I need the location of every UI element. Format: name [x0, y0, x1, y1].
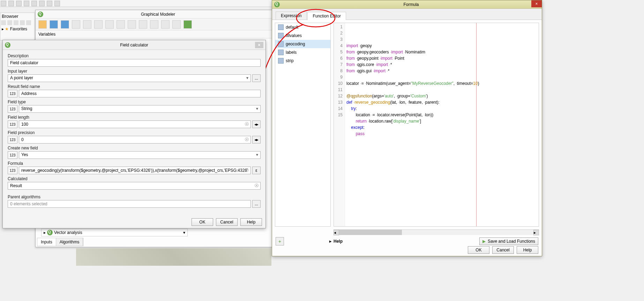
spinner-button[interactable]: ◂▸: [252, 120, 261, 128]
zoom-out-icon[interactable]: [94, 20, 103, 29]
map-canvas: [76, 248, 271, 266]
help-expander[interactable]: ▸ Help: [329, 239, 343, 244]
clear-icon[interactable]: ⓧ: [245, 137, 249, 142]
input-layer-more-button[interactable]: ...: [252, 74, 261, 82]
horizontal-scrollbar[interactable]: ◂▸: [334, 229, 539, 235]
vector-analysis-combo[interactable]: ▸ Vector analysis ▾: [41, 229, 188, 236]
type-prefix-icon: 123: [8, 136, 17, 144]
browser-title: Browser: [0, 13, 35, 20]
close-icon[interactable]: ×: [255, 42, 263, 48]
add-function-button[interactable]: ＋: [276, 237, 284, 245]
variables-header: Variables: [36, 30, 272, 38]
description-input[interactable]: [8, 59, 261, 67]
save-load-functions-button[interactable]: ▶Save and Load Functions: [479, 237, 538, 245]
run-icon[interactable]: [184, 20, 192, 29]
export-svg-icon[interactable]: [150, 20, 158, 29]
function-file-default[interactable]: default: [275, 23, 330, 31]
type-prefix-icon: 123: [8, 90, 17, 97]
file-icon: [278, 24, 284, 30]
save-icon[interactable]: [50, 20, 58, 29]
favorites-item[interactable]: ▸ ★ Favorites: [0, 26, 35, 32]
gm-title: Graphical Modeler: [46, 12, 270, 17]
field-type-select[interactable]: String: [19, 105, 261, 113]
parent-more-button[interactable]: ...: [252, 200, 261, 208]
code-editor[interactable]: 123456789101112131415 import ·geopyfrom …: [334, 23, 539, 227]
formula-label: Formula: [8, 161, 261, 166]
formula-window: Formula × Expression Function Editor def…: [272, 0, 542, 256]
type-prefix-icon: 123: [8, 167, 17, 174]
file-icon: [278, 50, 284, 55]
edit-help-icon[interactable]: [172, 20, 181, 29]
editor-gutter: 123456789101112131415: [334, 23, 345, 226]
tool-icon[interactable]: [72, 20, 80, 29]
type-prefix-icon: 123: [8, 105, 17, 113]
tab-function-editor[interactable]: Function Editor: [307, 12, 346, 20]
qgis-icon: [38, 12, 43, 17]
zoom-layer-icon[interactable]: [117, 20, 125, 29]
cancel-button[interactable]: Cancel: [492, 246, 514, 254]
file-icon: [278, 41, 284, 47]
gm-bottom-tabs: Inputs Algorithms: [37, 238, 83, 246]
editor-code[interactable]: import ·geopyfrom ·geopy.geocoders ·impo…: [345, 23, 539, 226]
create-new-label: Create new field: [8, 146, 261, 150]
field-precision-label: Field precision: [8, 130, 261, 135]
file-icon: [278, 33, 284, 38]
field-length-label: Field length: [8, 115, 261, 120]
function-file-labels[interactable]: labels: [275, 48, 330, 57]
result-field-input[interactable]: [19, 90, 261, 97]
formula-title: Formula: [283, 2, 540, 7]
calculated-label: Calculated: [8, 176, 261, 181]
clear-icon[interactable]: ⓧ: [245, 168, 249, 173]
calculated-input[interactable]: [8, 182, 261, 190]
fc-title: Field calculator: [13, 43, 255, 47]
result-field-label: Result field name: [8, 84, 261, 89]
type-prefix-icon: 123: [8, 151, 17, 159]
qgis-icon: [5, 42, 10, 48]
tab-algorithms[interactable]: Algorithms: [56, 238, 83, 246]
tab-expression[interactable]: Expression: [276, 12, 307, 20]
background-toolbar: [0, 0, 272, 7]
export-py-icon[interactable]: [161, 20, 170, 29]
formula-input[interactable]: [19, 167, 251, 174]
function-file-fillvalues[interactable]: fillvalues: [275, 31, 330, 40]
export-pdf-icon[interactable]: [139, 20, 147, 29]
browser-panel: Browser ▸ ★ Favorites: [0, 13, 35, 41]
clear-icon[interactable]: ⓧ: [255, 183, 259, 188]
gm-toolbar: [36, 19, 272, 30]
ruler-line: [476, 23, 477, 226]
field-type-label: Field type: [8, 100, 261, 104]
create-new-select[interactable]: Yes: [19, 151, 261, 159]
tab-inputs[interactable]: Inputs: [37, 238, 56, 246]
spinner-button[interactable]: ◂▸: [252, 136, 261, 144]
function-file-strip[interactable]: strip: [275, 57, 330, 65]
clear-icon[interactable]: ⓧ: [245, 122, 249, 127]
file-icon: [278, 58, 284, 64]
type-prefix-icon: 123: [8, 120, 17, 128]
input-layer-label: Input layer: [8, 69, 261, 74]
function-file-list: defaultfillvaluesgeocodinglabelsstrip: [275, 23, 331, 227]
zoom-in-icon[interactable]: [83, 20, 91, 29]
input-layer-select[interactable]: A point layer: [8, 74, 251, 82]
description-label: Description: [8, 53, 261, 58]
ok-button[interactable]: OK: [468, 246, 489, 254]
formula-tabs: Expression Function Editor: [272, 9, 542, 20]
function-file-geocoding[interactable]: geocoding: [275, 40, 330, 48]
parent-algorithms-label: Parent algorithms: [8, 194, 261, 199]
expression-builder-button[interactable]: ε: [252, 167, 261, 174]
field-length-input[interactable]: [19, 120, 251, 128]
field-precision-input[interactable]: [19, 136, 251, 144]
open-icon[interactable]: [38, 20, 47, 29]
qgis-icon: [274, 2, 280, 7]
export-img-icon[interactable]: [128, 20, 136, 29]
field-calculator-dialog: Field calculator × Description Input lay…: [2, 40, 266, 228]
zoom-full-icon[interactable]: [105, 20, 114, 29]
ok-button[interactable]: OK: [192, 218, 213, 226]
help-button[interactable]: Help: [240, 218, 262, 226]
help-button[interactable]: Help: [517, 246, 538, 254]
cancel-button[interactable]: Cancel: [216, 218, 238, 226]
close-icon[interactable]: ×: [531, 0, 542, 7]
saveas-icon[interactable]: [61, 20, 69, 29]
parent-algorithms-input[interactable]: [8, 200, 251, 208]
